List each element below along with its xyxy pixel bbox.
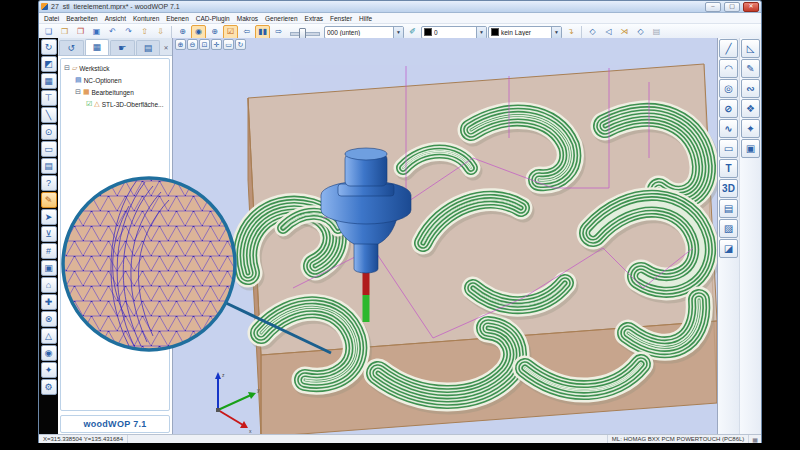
drawing-tool-button[interactable]: ▭ [719,139,738,158]
menu-item[interactable]: Makros [237,15,258,22]
drawing-tool-button[interactable]: ▤ [719,199,738,218]
view-tool-button[interactable]: ⊖ [187,39,198,50]
expander-icon[interactable]: ⊟ [64,64,70,72]
menu-item[interactable]: Extras [305,15,323,22]
menu-item[interactable]: Ebenen [166,15,188,22]
scene-3d: z y x [173,38,717,435]
menu-item[interactable]: Bearbeiten [66,15,97,22]
simulation-speed-slider[interactable] [290,26,320,39]
panel-close-icon[interactable]: ✕ [161,41,171,55]
drawing-tool-button[interactable]: ◠ [719,59,738,78]
macro-tool-button[interactable]: ▣ [41,260,57,276]
toolbar-separator [581,26,582,38]
tab-transform[interactable]: ↺ [59,40,84,55]
drawing-tool-button[interactable]: ▣ [741,139,760,158]
maximize-button[interactable]: ▢ [724,2,740,12]
menu-item[interactable]: Hilfe [359,15,372,22]
printer-icon[interactable]: ▦ [749,436,761,443]
toolbar-separator [171,26,172,38]
tree-row-stl-surface[interactable]: ☑ △ STL-3D-Oberfläche... [61,98,169,110]
drawing-tool-button[interactable]: ◎ [719,79,738,98]
viewport-3d[interactable]: ⊕⊖⊡✛▭↻ [173,38,717,435]
status-bar: X=315.338504 Y=135.431684 ML: HOMAG BXX … [39,434,761,443]
drawing-toolbar-col2: ◺✎∾❖⌖▣ [740,38,762,435]
macro-tool-button[interactable]: ▭ [41,141,57,157]
macro-tool-button[interactable]: ✚ [41,294,57,310]
layer-combo[interactable]: kein Layer ▼ [488,26,562,39]
tab-list[interactable]: ▤ [136,40,161,55]
macro-tool-button[interactable]: ✎ [41,192,57,208]
macro-tool-button[interactable]: ▦ [41,73,57,89]
drawing-tool-button[interactable]: ❖ [741,99,760,118]
tree-label[interactable]: Werkstück [79,65,109,72]
macro-tool-button[interactable]: ⚙ [41,379,57,395]
close-button[interactable]: ✕ [743,2,759,12]
chevron-down-icon[interactable]: ▼ [393,27,403,38]
macro-tool-button[interactable]: ▤ [41,158,57,174]
color-combo[interactable]: 0 ▼ [421,26,487,39]
chevron-down-icon[interactable]: ▼ [551,27,561,38]
menu-item[interactable]: Ansicht [105,15,126,22]
drawing-tool-button[interactable]: ✎ [741,59,760,78]
drawing-tool-button[interactable]: T [719,159,738,178]
tab-workpiece[interactable]: ▦ [85,39,110,55]
macro-tool-button[interactable]: ◩ [41,56,57,72]
slider-knob[interactable] [299,28,306,39]
tree-label[interactable]: NC-Optionen [84,77,122,84]
drawing-tool-button[interactable]: ⌖ [741,119,760,138]
macro-tool-button[interactable]: ⊙ [41,124,57,140]
minimize-button[interactable]: – [705,2,721,12]
menu-item[interactable]: CAD-Plugin [196,15,230,22]
macro-tool-button[interactable]: ⊻ [41,226,57,242]
menu-item[interactable]: Generieren [265,15,298,22]
drawing-toolbar-col1: ╱◠◎⊘∿▭T3D▤▨◪ [718,38,740,435]
tool-tip-green [363,295,370,322]
drawing-toolbar: ╱◠◎⊘∿▭T3D▤▨◪ ◺✎∾❖⌖▣ [717,38,761,435]
macro-tool-button[interactable]: ⌂ [41,277,57,293]
drawing-tool-button[interactable]: ◺ [741,39,760,58]
macro-tool-button[interactable]: ↻ [41,39,57,55]
content-area: ↻◩▦⊤╲⊙▭▤?✎➤⊻#▣⌂✚⊗△◉✦⚙ ↺ ▦ ☛ ▤ ✕ ⊟ ▱ Werk… [39,38,761,435]
tab-pick[interactable]: ☛ [110,40,135,55]
view-tool-button[interactable]: ⊡ [199,39,210,50]
drawing-tool-button[interactable]: ◪ [719,239,738,258]
title-bar: 27_stl_tierelement.mprx* - woodWOP 7.1 –… [39,1,761,13]
chevron-down-icon[interactable]: ▼ [476,27,486,38]
brand-box: woodWOP 7.1 [60,415,170,433]
layer-swatch [491,28,499,36]
macro-tool-button[interactable]: ◉ [41,345,57,361]
menu-item[interactable]: Konturen [133,15,159,22]
macro-tool-button[interactable]: # [41,243,57,259]
tree-row-nc-optionen[interactable]: ▤ NC-Optionen [61,74,169,86]
app-icon [41,3,48,10]
tree-row-werkstueck[interactable]: ⊟ ▱ Werkstück [61,62,169,74]
macro-tool-button[interactable]: ╲ [41,107,57,123]
drawing-tool-button[interactable]: ╱ [719,39,738,58]
view-tool-button[interactable]: ✛ [211,39,222,50]
macro-tool-button[interactable]: △ [41,328,57,344]
axis-z-label: z [222,372,225,378]
view-tool-button[interactable]: ▭ [223,39,234,50]
view-tool-button[interactable]: ↻ [235,39,246,50]
view-tool-button[interactable]: ⊕ [175,39,186,50]
checkbox-checked-icon[interactable]: ☑ [86,100,92,108]
tree-row-bearbeitungen[interactable]: ⊟ ▦ Bearbeitungen [61,86,169,98]
drawing-tool-button[interactable]: ∾ [741,79,760,98]
drawing-tool-button[interactable]: ▨ [719,219,738,238]
workpiece-icon: ▱ [72,64,77,72]
expander-icon[interactable]: ⊟ [75,88,81,96]
menu-item[interactable]: Fenster [330,15,352,22]
menu-item[interactable]: Datei [44,15,59,22]
drawing-tool-button[interactable]: ∿ [719,119,738,138]
macro-tool-button[interactable]: ⊤ [41,90,57,106]
macro-tool-button[interactable]: ➤ [41,209,57,225]
drawing-tool-button[interactable]: ⊘ [719,99,738,118]
status-spacer [128,435,608,443]
tree-label[interactable]: Bearbeitungen [92,89,134,96]
drawing-tool-button[interactable]: 3D [719,179,738,198]
tree-label[interactable]: STL-3D-Oberfläche... [102,101,164,108]
macro-tool-button[interactable]: ⊗ [41,311,57,327]
macro-tool-button[interactable]: ✦ [41,362,57,378]
plane-combo[interactable]: 000 (unten) ▼ [324,26,404,39]
macro-tool-button[interactable]: ? [41,175,57,191]
